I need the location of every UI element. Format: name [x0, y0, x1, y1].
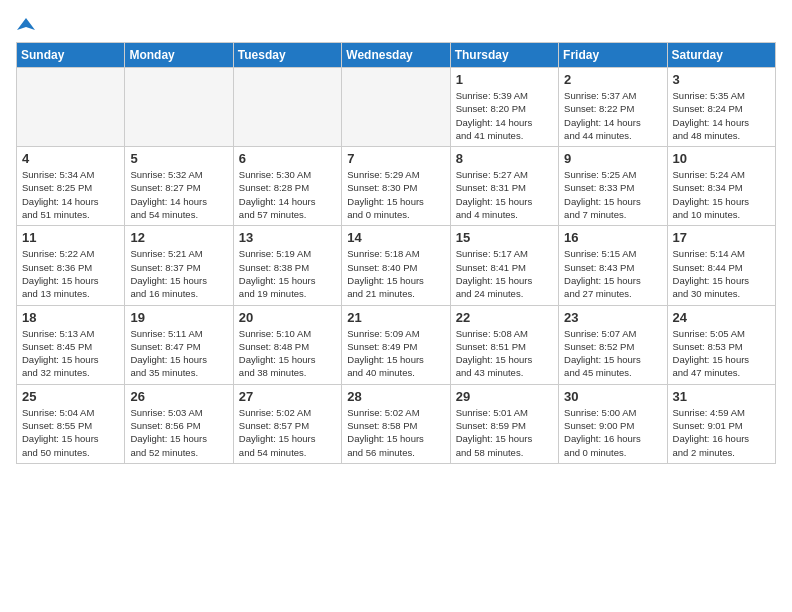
day-number: 15 [456, 230, 553, 245]
day-info: Sunrise: 5:21 AMSunset: 8:37 PMDaylight:… [130, 247, 227, 300]
day-number: 20 [239, 310, 336, 325]
calendar-cell: 1Sunrise: 5:39 AMSunset: 8:20 PMDaylight… [450, 68, 558, 147]
day-info: Sunrise: 5:13 AMSunset: 8:45 PMDaylight:… [22, 327, 119, 380]
day-number: 29 [456, 389, 553, 404]
day-info: Sunrise: 5:04 AMSunset: 8:55 PMDaylight:… [22, 406, 119, 459]
svg-marker-0 [17, 18, 35, 30]
calendar-cell: 21Sunrise: 5:09 AMSunset: 8:49 PMDayligh… [342, 305, 450, 384]
day-info: Sunrise: 5:08 AMSunset: 8:51 PMDaylight:… [456, 327, 553, 380]
day-info: Sunrise: 5:00 AMSunset: 9:00 PMDaylight:… [564, 406, 661, 459]
calendar-cell: 10Sunrise: 5:24 AMSunset: 8:34 PMDayligh… [667, 147, 775, 226]
day-number: 9 [564, 151, 661, 166]
day-number: 21 [347, 310, 444, 325]
day-number: 1 [456, 72, 553, 87]
day-number: 19 [130, 310, 227, 325]
day-info: Sunrise: 5:30 AMSunset: 8:28 PMDaylight:… [239, 168, 336, 221]
day-info: Sunrise: 5:15 AMSunset: 8:43 PMDaylight:… [564, 247, 661, 300]
weekday-header-friday: Friday [559, 43, 667, 68]
calendar-cell: 30Sunrise: 5:00 AMSunset: 9:00 PMDayligh… [559, 384, 667, 463]
day-number: 11 [22, 230, 119, 245]
weekday-header-tuesday: Tuesday [233, 43, 341, 68]
day-info: Sunrise: 5:27 AMSunset: 8:31 PMDaylight:… [456, 168, 553, 221]
day-info: Sunrise: 5:25 AMSunset: 8:33 PMDaylight:… [564, 168, 661, 221]
calendar-cell: 31Sunrise: 4:59 AMSunset: 9:01 PMDayligh… [667, 384, 775, 463]
calendar-cell: 14Sunrise: 5:18 AMSunset: 8:40 PMDayligh… [342, 226, 450, 305]
calendar-cell: 7Sunrise: 5:29 AMSunset: 8:30 PMDaylight… [342, 147, 450, 226]
calendar-cell: 27Sunrise: 5:02 AMSunset: 8:57 PMDayligh… [233, 384, 341, 463]
day-number: 8 [456, 151, 553, 166]
day-number: 17 [673, 230, 770, 245]
day-number: 5 [130, 151, 227, 166]
weekday-header-thursday: Thursday [450, 43, 558, 68]
day-info: Sunrise: 5:05 AMSunset: 8:53 PMDaylight:… [673, 327, 770, 380]
calendar-cell: 4Sunrise: 5:34 AMSunset: 8:25 PMDaylight… [17, 147, 125, 226]
day-info: Sunrise: 5:37 AMSunset: 8:22 PMDaylight:… [564, 89, 661, 142]
calendar-cell [125, 68, 233, 147]
day-number: 16 [564, 230, 661, 245]
calendar-cell: 8Sunrise: 5:27 AMSunset: 8:31 PMDaylight… [450, 147, 558, 226]
calendar-cell: 6Sunrise: 5:30 AMSunset: 8:28 PMDaylight… [233, 147, 341, 226]
calendar-cell: 23Sunrise: 5:07 AMSunset: 8:52 PMDayligh… [559, 305, 667, 384]
day-info: Sunrise: 5:18 AMSunset: 8:40 PMDaylight:… [347, 247, 444, 300]
weekday-header-sunday: Sunday [17, 43, 125, 68]
day-number: 30 [564, 389, 661, 404]
day-number: 4 [22, 151, 119, 166]
day-info: Sunrise: 4:59 AMSunset: 9:01 PMDaylight:… [673, 406, 770, 459]
calendar-cell: 28Sunrise: 5:02 AMSunset: 8:58 PMDayligh… [342, 384, 450, 463]
day-info: Sunrise: 5:07 AMSunset: 8:52 PMDaylight:… [564, 327, 661, 380]
calendar-cell: 5Sunrise: 5:32 AMSunset: 8:27 PMDaylight… [125, 147, 233, 226]
day-info: Sunrise: 5:02 AMSunset: 8:57 PMDaylight:… [239, 406, 336, 459]
calendar-cell: 18Sunrise: 5:13 AMSunset: 8:45 PMDayligh… [17, 305, 125, 384]
day-info: Sunrise: 5:34 AMSunset: 8:25 PMDaylight:… [22, 168, 119, 221]
day-info: Sunrise: 5:22 AMSunset: 8:36 PMDaylight:… [22, 247, 119, 300]
day-number: 18 [22, 310, 119, 325]
day-number: 7 [347, 151, 444, 166]
calendar-cell: 16Sunrise: 5:15 AMSunset: 8:43 PMDayligh… [559, 226, 667, 305]
calendar-cell: 3Sunrise: 5:35 AMSunset: 8:24 PMDaylight… [667, 68, 775, 147]
calendar-cell: 2Sunrise: 5:37 AMSunset: 8:22 PMDaylight… [559, 68, 667, 147]
day-number: 26 [130, 389, 227, 404]
day-number: 27 [239, 389, 336, 404]
day-number: 28 [347, 389, 444, 404]
calendar-cell: 11Sunrise: 5:22 AMSunset: 8:36 PMDayligh… [17, 226, 125, 305]
day-info: Sunrise: 5:14 AMSunset: 8:44 PMDaylight:… [673, 247, 770, 300]
day-number: 2 [564, 72, 661, 87]
calendar-cell: 20Sunrise: 5:10 AMSunset: 8:48 PMDayligh… [233, 305, 341, 384]
logo [16, 16, 35, 30]
day-number: 12 [130, 230, 227, 245]
day-info: Sunrise: 5:35 AMSunset: 8:24 PMDaylight:… [673, 89, 770, 142]
day-number: 3 [673, 72, 770, 87]
week-row-5: 25Sunrise: 5:04 AMSunset: 8:55 PMDayligh… [17, 384, 776, 463]
day-info: Sunrise: 5:19 AMSunset: 8:38 PMDaylight:… [239, 247, 336, 300]
calendar-cell [233, 68, 341, 147]
calendar-cell: 22Sunrise: 5:08 AMSunset: 8:51 PMDayligh… [450, 305, 558, 384]
week-row-2: 4Sunrise: 5:34 AMSunset: 8:25 PMDaylight… [17, 147, 776, 226]
calendar-cell: 19Sunrise: 5:11 AMSunset: 8:47 PMDayligh… [125, 305, 233, 384]
calendar-cell [342, 68, 450, 147]
day-info: Sunrise: 5:24 AMSunset: 8:34 PMDaylight:… [673, 168, 770, 221]
weekday-header-wednesday: Wednesday [342, 43, 450, 68]
calendar-cell: 17Sunrise: 5:14 AMSunset: 8:44 PMDayligh… [667, 226, 775, 305]
day-info: Sunrise: 5:32 AMSunset: 8:27 PMDaylight:… [130, 168, 227, 221]
calendar-cell: 13Sunrise: 5:19 AMSunset: 8:38 PMDayligh… [233, 226, 341, 305]
day-info: Sunrise: 5:10 AMSunset: 8:48 PMDaylight:… [239, 327, 336, 380]
day-number: 22 [456, 310, 553, 325]
day-number: 24 [673, 310, 770, 325]
weekday-header-monday: Monday [125, 43, 233, 68]
day-number: 25 [22, 389, 119, 404]
weekday-header-saturday: Saturday [667, 43, 775, 68]
calendar-cell: 24Sunrise: 5:05 AMSunset: 8:53 PMDayligh… [667, 305, 775, 384]
calendar-table: SundayMondayTuesdayWednesdayThursdayFrid… [16, 42, 776, 464]
page-header [16, 16, 776, 30]
day-number: 23 [564, 310, 661, 325]
day-info: Sunrise: 5:29 AMSunset: 8:30 PMDaylight:… [347, 168, 444, 221]
logo-bird-icon [17, 16, 35, 34]
day-info: Sunrise: 5:02 AMSunset: 8:58 PMDaylight:… [347, 406, 444, 459]
day-number: 13 [239, 230, 336, 245]
week-row-3: 11Sunrise: 5:22 AMSunset: 8:36 PMDayligh… [17, 226, 776, 305]
calendar-cell [17, 68, 125, 147]
day-number: 6 [239, 151, 336, 166]
calendar-cell: 15Sunrise: 5:17 AMSunset: 8:41 PMDayligh… [450, 226, 558, 305]
day-info: Sunrise: 5:11 AMSunset: 8:47 PMDaylight:… [130, 327, 227, 380]
day-info: Sunrise: 5:17 AMSunset: 8:41 PMDaylight:… [456, 247, 553, 300]
